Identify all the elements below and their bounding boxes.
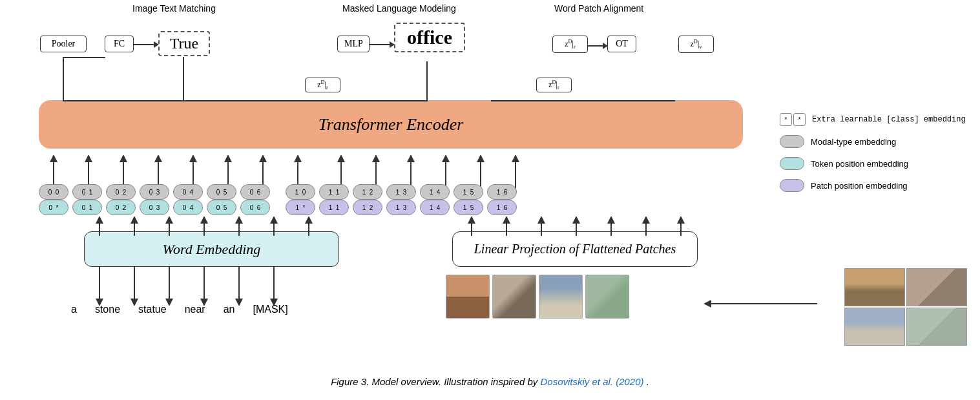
transformer-encoder-label: Transformer Encoder xyxy=(318,115,464,134)
legend-class-item: * * Extra learnable [class] embedding xyxy=(780,113,967,126)
token-group-14: 1 4 1 4 xyxy=(420,184,450,215)
legend-class-icon: * * xyxy=(780,113,806,126)
h-line-top-right xyxy=(491,100,675,101)
cap-modal-02: 0 2 xyxy=(106,184,136,200)
cap-modal-11: 1 1 xyxy=(319,184,349,200)
zdr-box-left: zD|r xyxy=(305,78,340,92)
word-a: a xyxy=(71,304,77,315)
arrow-mlp-office xyxy=(370,44,394,45)
cap-token-01: 0 1 xyxy=(72,200,102,215)
word-statue: statue xyxy=(138,304,167,315)
legend-modal-icon xyxy=(780,135,804,148)
legend-patch-label: Patch position embedding xyxy=(811,181,908,191)
line-true-down xyxy=(183,57,184,100)
token-group-13: 1 3 1 3 xyxy=(386,184,416,215)
token-group-02: 0 2 0 2 xyxy=(106,184,136,215)
words-row: a stone statue near an [MASK] xyxy=(71,304,288,315)
thumbnail-3 xyxy=(539,275,583,319)
token-group-16: 1 6 1 6 xyxy=(487,184,517,215)
large-to-small-arrow xyxy=(704,294,820,313)
cap-modal-14: 1 4 xyxy=(420,184,450,200)
thumbnail-2 xyxy=(492,275,536,319)
large-img-3 xyxy=(844,308,905,346)
cap-modal-01: 0 1 xyxy=(72,184,102,200)
large-img-1 xyxy=(844,268,905,306)
large-img-4 xyxy=(906,308,967,346)
token-group-10star: 1 0 1 * xyxy=(286,184,315,215)
thumbnail-1 xyxy=(446,275,490,319)
arrow-zdrl-ot xyxy=(588,45,607,47)
fc-box: FC xyxy=(105,36,134,52)
cap-token-06: 0 6 xyxy=(240,200,270,215)
cap-patch-11: 1 1 xyxy=(319,200,349,215)
legend-modal-item: Modal-type embedding xyxy=(780,135,967,148)
cap-modal-05: 0 5 xyxy=(207,184,236,200)
mlm-section-label: Masked Language Modeling xyxy=(342,3,456,14)
token-group-00star: 0 0 0 * xyxy=(39,184,68,215)
cap-patch-13: 1 3 xyxy=(386,200,416,215)
legend-modal-label: Modal-type embedding xyxy=(811,137,896,147)
word-embed-arrows xyxy=(84,216,339,236)
legend-token-label: Token position embedding xyxy=(811,159,908,169)
word-embed-down-arrows xyxy=(84,267,339,306)
mlp-box: MLP xyxy=(337,36,370,52)
line-pooler-fc xyxy=(64,57,105,58)
ot-box: OT xyxy=(607,36,636,52)
legend-star-1: * xyxy=(780,113,792,126)
token-group-06: 0 6 0 6 xyxy=(240,184,270,215)
cap-token-03: 0 3 xyxy=(140,200,169,215)
word-near: near xyxy=(185,304,205,315)
main-container: Transformer Encoder Image Text Matching … xyxy=(0,0,980,400)
token-group-05: 0 5 0 5 xyxy=(207,184,236,215)
word-mask: [MASK] xyxy=(253,304,287,315)
large-images-grid xyxy=(844,268,967,346)
token-group-04: 0 4 0 4 xyxy=(173,184,203,215)
zdr-box-center: zD|r xyxy=(536,78,572,92)
cap-patch-16: 1 6 xyxy=(487,200,517,215)
caption-prefix: Figure 3. Model overview. Illustration i… xyxy=(331,376,540,387)
cap-patch-10star: 1 * xyxy=(286,200,315,215)
token-group-15: 1 5 1 5 xyxy=(454,184,483,215)
pooler-box: Pooler xyxy=(40,36,87,52)
cap-modal-12: 1 2 xyxy=(353,184,382,200)
h-line-top-left xyxy=(63,100,428,101)
legend-token-icon xyxy=(780,157,804,170)
caption-suffix: . xyxy=(647,376,649,387)
cap-modal-10star: 1 0 xyxy=(286,184,315,200)
cap-patch-14: 1 4 xyxy=(420,200,450,215)
token-group-11: 1 1 1 1 xyxy=(319,184,349,215)
cap-modal-00star: 0 0 xyxy=(39,184,68,200)
large-img-2 xyxy=(906,268,967,306)
cap-modal-16: 1 6 xyxy=(487,184,517,200)
cap-modal-15: 1 5 xyxy=(454,184,483,200)
token-group-01: 0 1 0 1 xyxy=(72,184,102,215)
word-an: an xyxy=(224,304,235,315)
caption-link[interactable]: Dosovitskiy et al. (2020) xyxy=(540,376,643,387)
token-group-03: 0 3 0 3 xyxy=(140,184,169,215)
legend-patch-item: Patch position embedding xyxy=(780,179,967,192)
legend-patch-icon xyxy=(780,179,804,192)
transformer-encoder-box: Transformer Encoder xyxy=(39,100,743,149)
cap-modal-04: 0 4 xyxy=(173,184,203,200)
cap-patch-15: 1 5 xyxy=(454,200,483,215)
word-stone: stone xyxy=(95,304,120,315)
token-group-12: 1 2 1 2 xyxy=(353,184,382,215)
itm-section-label: Image Text Matching xyxy=(132,3,216,14)
token-row: 0 0 0 * 0 1 0 1 0 2 0 2 0 3 0 3 0 4 0 4 … xyxy=(39,184,517,215)
line-office-down xyxy=(426,61,428,100)
cap-token-04: 0 4 xyxy=(173,200,203,215)
zdv-box: zD|v xyxy=(678,36,714,53)
wpa-section-label: Word Patch Alignment xyxy=(554,3,643,14)
figure-caption: Figure 3. Model overview. Illustration i… xyxy=(0,376,980,387)
thumbnail-4 xyxy=(585,275,629,319)
linear-projection-box: Linear Projection of Flattened Patches xyxy=(452,231,698,267)
linear-proj-arrows xyxy=(452,216,698,236)
thumbnail-images-area xyxy=(446,275,629,319)
arrow-fc-true xyxy=(134,44,158,45)
line-pooler-down xyxy=(63,57,64,100)
cap-token-00star: 0 * xyxy=(39,200,68,215)
cap-modal-13: 1 3 xyxy=(386,184,416,200)
cap-modal-03: 0 3 xyxy=(140,184,169,200)
cap-patch-12: 1 2 xyxy=(353,200,382,215)
legend-token-item: Token position embedding xyxy=(780,157,967,170)
